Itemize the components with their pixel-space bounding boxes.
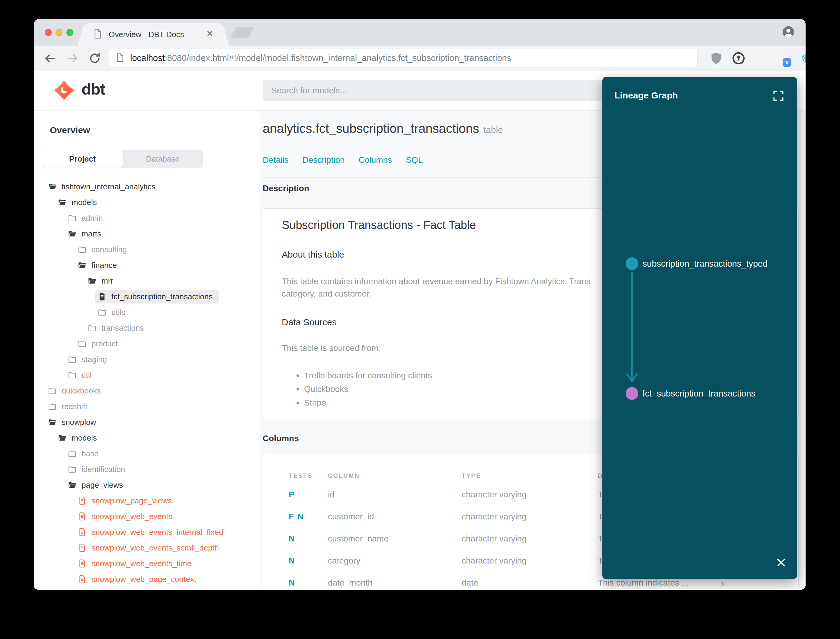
tree-item-snowplow_web_events_time[interactable]: snowplow_web_events_time bbox=[34, 556, 260, 571]
browser-tab[interactable]: Overview - DBT Docs ✕ bbox=[85, 23, 222, 46]
tree-item-identification[interactable]: identification bbox=[34, 461, 260, 477]
url-bar[interactable]: localhost:8080/index.html#!/model/model.… bbox=[109, 49, 697, 67]
tab-sql[interactable]: SQL bbox=[406, 155, 423, 165]
tree-item-snowplow_web_page_context[interactable]: snowplow_web_page_context bbox=[34, 571, 260, 587]
lineage-node-fct_subscription_transactions[interactable]: fct_subscription_transactions bbox=[626, 387, 756, 400]
tree-item-consulting[interactable]: consulting bbox=[34, 242, 260, 257]
tree-item-base[interactable]: base bbox=[34, 446, 260, 461]
tree-item-models[interactable]: models bbox=[34, 430, 260, 446]
tree-item-row: fishtown_internal_analytics bbox=[45, 180, 162, 194]
tab-description[interactable]: Description bbox=[303, 155, 345, 165]
tree-item-fct_subscription_transactions[interactable]: fct_subscription_transactions bbox=[34, 289, 260, 304]
tab-details[interactable]: Details bbox=[263, 155, 289, 165]
tree-item-snowplow_page_views[interactable]: snowplow_page_views bbox=[34, 493, 260, 509]
tree-item-label: models bbox=[71, 433, 97, 443]
reload-icon[interactable] bbox=[88, 52, 102, 65]
tree-item-product[interactable]: product bbox=[34, 336, 260, 351]
tree-item-label: fct_subscription_transactions bbox=[111, 292, 213, 301]
tree-item-finance[interactable]: finance bbox=[34, 257, 260, 273]
tree-item-admin[interactable]: admin bbox=[34, 210, 260, 226]
tests-cell: N bbox=[289, 578, 295, 588]
tests-cell: P bbox=[289, 490, 295, 499]
new-tab-button[interactable] bbox=[230, 27, 254, 38]
tree-item-snowplow_web_events[interactable]: snowplow_web_events bbox=[34, 509, 260, 524]
table-row[interactable]: Ndate_monthdateThis column indicates ...… bbox=[263, 578, 798, 590]
folder-open-icon bbox=[48, 182, 57, 191]
back-icon[interactable] bbox=[43, 52, 57, 65]
tree-item-label: snowplow_web_events_scroll_depth bbox=[92, 543, 219, 553]
power-extension-icon[interactable]: x bbox=[776, 52, 789, 65]
profile-avatar-icon[interactable] bbox=[781, 25, 795, 39]
disabled-extension-icon[interactable] bbox=[754, 52, 767, 65]
tree-item-staging[interactable]: staging bbox=[34, 351, 260, 367]
folder-icon bbox=[68, 355, 77, 364]
folder-open-icon bbox=[48, 418, 57, 427]
tree-item-mrr[interactable]: mrr bbox=[34, 273, 260, 289]
tree-item-label: quickbooks bbox=[62, 386, 101, 396]
tree-item-models[interactable]: models bbox=[34, 194, 260, 210]
close-window-button[interactable] bbox=[45, 29, 52, 36]
tree-item-row: snowplow_page_views bbox=[75, 494, 178, 508]
dbt-logo-icon[interactable] bbox=[52, 79, 76, 102]
chevron-right-icon[interactable]: › bbox=[721, 577, 724, 590]
folder-icon bbox=[68, 449, 77, 458]
tab-columns[interactable]: Columns bbox=[359, 155, 392, 165]
tree-item-transactions[interactable]: transactions bbox=[34, 320, 260, 336]
url-host: localhost bbox=[130, 53, 165, 63]
snowflake-extension-icon[interactable]: ❄ bbox=[799, 52, 805, 65]
sidebar-tab-project[interactable]: Project bbox=[42, 150, 122, 168]
zoom-window-button[interactable] bbox=[67, 29, 73, 36]
tree-item-label: page_views bbox=[81, 480, 123, 490]
type-cell: character varying bbox=[462, 490, 527, 499]
tree-item-snowplow_web_events_internal_fixed[interactable]: snowplow_web_events_internal_fixed bbox=[34, 524, 260, 540]
browser-window: Overview - DBT Docs ✕ loca bbox=[34, 19, 805, 590]
onepassword-extension-icon[interactable] bbox=[732, 52, 745, 65]
folder-icon bbox=[68, 213, 77, 223]
page-icon bbox=[116, 53, 124, 63]
tree-item-row: models bbox=[55, 196, 103, 209]
tree-item-label: snowplow_web_events_time bbox=[92, 559, 191, 568]
file-icon bbox=[78, 575, 87, 584]
column-name-cell: customer_id bbox=[328, 512, 374, 521]
node-label: fct_subscription_transactions bbox=[643, 389, 756, 399]
tree-item-label: identification bbox=[81, 465, 125, 474]
overview-link[interactable]: Overview bbox=[50, 125, 90, 135]
folder-open-icon bbox=[58, 198, 67, 207]
tree-item-fishtown_internal_analytics[interactable]: fishtown_internal_analytics bbox=[34, 179, 260, 194]
description-line: This table contains information about re… bbox=[282, 277, 591, 286]
tree-item-snowplow[interactable]: snowplow bbox=[34, 414, 260, 430]
columns-section-heading: Columns bbox=[263, 434, 299, 443]
bullet-icon: • bbox=[296, 384, 304, 394]
tree-item-snowplow_web_events_scroll_depth[interactable]: snowplow_web_events_scroll_depth bbox=[34, 540, 260, 556]
close-tab-icon[interactable]: ✕ bbox=[205, 29, 215, 39]
tree-item-redshift[interactable]: redshift bbox=[34, 399, 260, 414]
minimize-window-button[interactable] bbox=[56, 29, 62, 36]
tree-item-quickbooks[interactable]: quickbooks bbox=[34, 383, 260, 399]
tree-item-utils[interactable]: utils bbox=[34, 304, 260, 320]
source-label: Stripe bbox=[304, 398, 326, 408]
folder-icon bbox=[78, 339, 87, 348]
about-heading: About this table bbox=[282, 250, 344, 260]
ublock-extension-icon[interactable]: uO bbox=[710, 52, 723, 65]
tree-item-marts[interactable]: marts bbox=[34, 226, 260, 242]
tree-item-label: fishtown_internal_analytics bbox=[62, 182, 156, 191]
tree-item-row: page_views bbox=[65, 478, 130, 492]
tests-cell: N bbox=[289, 556, 295, 566]
tree-item-row: mrr bbox=[85, 274, 120, 288]
source-tabs: ProjectDatabase bbox=[42, 150, 203, 168]
tree-item-page_views[interactable]: page_views bbox=[34, 477, 260, 493]
column-name-cell: id bbox=[328, 490, 335, 499]
file-icon bbox=[78, 543, 87, 552]
tree-item-row: snowplow_web_events_time bbox=[75, 557, 198, 571]
folder-icon bbox=[68, 370, 77, 380]
sidebar-tab-database[interactable]: Database bbox=[122, 150, 203, 168]
lineage-node-subscription_transactions_typed[interactable]: subscription_transactions_typed bbox=[626, 257, 767, 270]
forward-icon[interactable] bbox=[66, 52, 79, 65]
tree-item-row: snowplow_web_events bbox=[75, 510, 179, 523]
tree-item-row: fct_subscription_transactions bbox=[95, 290, 219, 304]
tree-item-label: snowplow_web_events_internal_fixed bbox=[92, 528, 224, 537]
tree-item-label: snowplow_page_views bbox=[92, 496, 172, 505]
tree-item-util[interactable]: util bbox=[34, 367, 260, 383]
close-icon[interactable] bbox=[775, 556, 787, 569]
tree-item-row: marts bbox=[65, 227, 108, 241]
